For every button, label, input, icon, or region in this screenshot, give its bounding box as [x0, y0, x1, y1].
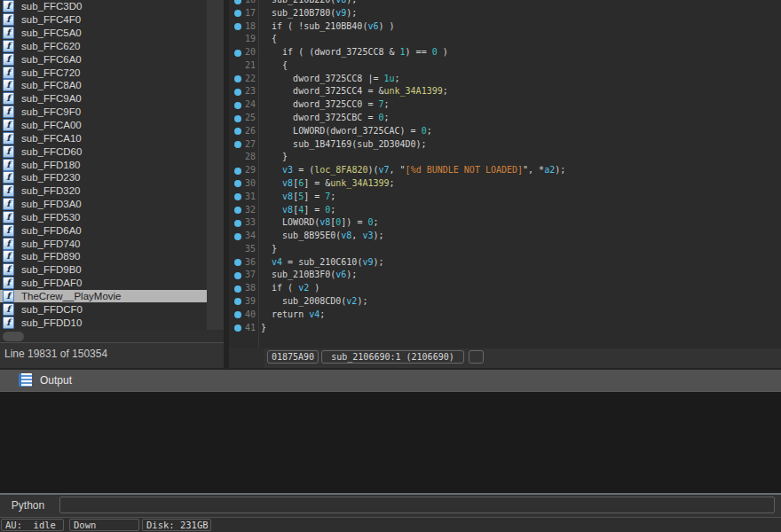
code-line[interactable]: 38 if ( v2 ): [229, 282, 781, 295]
function-name: sub_FFDD10: [21, 317, 82, 328]
functions-status-strip: Line 19831 of 150354: [0, 342, 224, 368]
functions-vertical-scrollbar[interactable]: [207, 0, 224, 330]
function-list-item[interactable]: fsub_FFD180: [0, 158, 207, 171]
function-list-item[interactable]: fTheCrew__PlayMovie: [0, 290, 207, 303]
function-list-item[interactable]: fsub_FFD740: [0, 237, 207, 250]
function-name: sub_FFCA00: [21, 120, 82, 130]
code-line[interactable]: 22 dword_3725CC8 |= 1u;: [229, 73, 781, 86]
code-text: {: [261, 59, 288, 73]
function-list-item[interactable]: fsub_FFCA00: [0, 119, 207, 132]
function-list-item[interactable]: fsub_FFD530: [0, 211, 207, 224]
function-list-item[interactable]: fsub_FFC4F0: [0, 13, 207, 27]
function-list-item[interactable]: fsub_FFC3D0: [0, 0, 207, 13]
output-panel-header[interactable]: Output: [0, 370, 781, 391]
code-line[interactable]: 20 if ( (dword_3725CC8 & 1) == 0 ): [229, 46, 781, 59]
code-line[interactable]: 32 v8[4] = 0;: [229, 204, 781, 217]
code-line[interactable]: 33 LOWORD(v8[0]) = 0;: [229, 216, 781, 230]
code-line[interactable]: 34 sub_8B95E0(v8, v3);: [229, 230, 781, 243]
function-list-item[interactable]: fsub_FFD320: [0, 184, 207, 198]
function-list-item[interactable]: fsub_FFC5A0: [0, 27, 207, 40]
code-line[interactable]: 27 sub_1B47169(sub_2D304D0);: [229, 138, 781, 152]
code-text: if ( v2 ): [261, 282, 320, 295]
output-panel-title: Output: [40, 370, 72, 391]
code-line[interactable]: 28 }: [229, 151, 781, 164]
code-line[interactable]: 35 }: [229, 243, 781, 256]
function-name: sub_FFD230: [21, 172, 80, 183]
location-box[interactable]: sub_2106690:1 (2106690): [321, 350, 464, 364]
address-box[interactable]: 01875A90: [267, 350, 319, 364]
function-list-item[interactable]: fsub_FFCA10: [0, 131, 207, 145]
code-line[interactable]: 31 v8[5] = 7;: [229, 191, 781, 204]
code-text: if ( !sub_210BB40(v6) ): [261, 20, 395, 34]
function-list-item[interactable]: fsub_FFC620: [0, 40, 207, 53]
code-text: sub_2008CD0(v2);: [261, 295, 367, 309]
code-line[interactable]: 40 return v4;: [229, 309, 781, 322]
python-input[interactable]: [59, 497, 775, 513]
code-line[interactable]: 19 {: [229, 33, 781, 46]
function-f-icon: f: [3, 119, 14, 131]
ida-window: fsub_FFC3D0fsub_FFC4F0fsub_FFC5A0fsub_FF…: [0, 0, 781, 532]
function-list-item[interactable]: fsub_FFD230: [0, 171, 207, 184]
function-name: sub_FFD320: [21, 185, 80, 196]
function-f-icon: f: [3, 238, 14, 250]
code-line[interactable]: 21 {: [229, 59, 781, 73]
function-list-item[interactable]: fsub_FFC6A0: [0, 52, 207, 66]
function-f-icon: f: [3, 106, 14, 118]
code-line[interactable]: 18 if ( !sub_210BB40(v6) ): [229, 20, 781, 34]
code-text: }: [261, 243, 277, 256]
function-list-item[interactable]: fsub_FFD3A0: [0, 198, 207, 211]
function-list-item[interactable]: fsub_FFDD10: [0, 316, 207, 329]
function-name: TheCrew__PlayMovie: [21, 291, 122, 301]
code-line[interactable]: 37 sub_210B3F0(v6);: [229, 269, 781, 282]
functions-panel: fsub_FFC3D0fsub_FFC4F0fsub_FFC5A0fsub_FF…: [0, 0, 224, 342]
code-line[interactable]: 41}: [229, 322, 781, 335]
line-number: 31: [229, 191, 256, 204]
function-list-item[interactable]: fsub_FFC9F0: [0, 106, 207, 119]
function-name: sub_FFD3A0: [21, 199, 82, 209]
code-line[interactable]: 25 dword_3725CBC = 0;: [229, 112, 781, 125]
code-line[interactable]: 26 LOWORD(dword_3725CAC) = 0;: [229, 125, 781, 138]
line-number: 39: [229, 295, 256, 309]
function-list-item[interactable]: fsub_FFC720: [0, 66, 207, 79]
function-name: sub_FFC720: [21, 67, 80, 78]
code-text: }: [261, 151, 288, 164]
code-line[interactable]: 39 sub_2008CD0(v2);: [229, 295, 781, 309]
code-line[interactable]: 16 sub_210B220(v8);: [229, 0, 781, 7]
code-text: sub_8B95E0(v8, v3);: [261, 230, 384, 243]
function-name: sub_FFD180: [21, 160, 80, 170]
function-list-item[interactable]: fsub_FFDCF0: [0, 302, 207, 316]
function-f-icon: f: [3, 145, 14, 158]
function-f-icon: f: [3, 53, 14, 66]
function-name: sub_FFC8A0: [21, 80, 82, 90]
code-text: sub_210B780(v9);: [261, 7, 357, 20]
mini-box[interactable]: [469, 350, 484, 364]
line-number: 26: [229, 125, 256, 138]
function-list-item[interactable]: fsub_FFCD60: [0, 145, 207, 158]
code-line[interactable]: 17 sub_210B780(v9);: [229, 7, 781, 20]
code-line[interactable]: 23 dword_3725CC4 = &unk_34A1399;: [229, 85, 781, 98]
function-list-item[interactable]: fsub_FFDAF0: [0, 277, 207, 290]
code-line[interactable]: 29 v3 = (loc_8FA820)(v7, "[%d BUNDLE NOT…: [229, 164, 781, 177]
function-list-item[interactable]: fsub_FFC9A0: [0, 92, 207, 106]
code-line[interactable]: 30 v8[6] = &unk_34A1399;: [229, 177, 781, 191]
line-number: 28: [229, 151, 256, 164]
function-f-icon: f: [3, 277, 14, 289]
line-number: 41: [229, 322, 256, 335]
function-list-item[interactable]: fsub_FFC8A0: [0, 79, 207, 92]
scrollbar-thumb[interactable]: [3, 332, 24, 341]
line-number: 37: [229, 269, 256, 282]
python-tab[interactable]: Python: [0, 495, 56, 517]
function-f-icon: f: [3, 317, 14, 329]
code-line[interactable]: 24 dword_3725CC0 = 7;: [229, 98, 781, 112]
function-list-item[interactable]: fsub_FFD890: [0, 250, 207, 263]
pseudocode-panel[interactable]: 16 sub_210B220(v8);17 sub_210B780(v9);18…: [229, 0, 781, 348]
function-name: sub_FFC3D0: [21, 1, 82, 12]
code-line[interactable]: 36 v4 = sub_210C610(v9);: [229, 256, 781, 270]
line-number: 25: [229, 112, 256, 125]
function-list-item[interactable]: fsub_FFD9B0: [0, 263, 207, 277]
output-icon: [19, 373, 32, 387]
output-console[interactable]: [0, 391, 781, 494]
line-position-text: Line 19831 of 150354: [0, 343, 224, 360]
function-list-item[interactable]: fsub_FFD6A0: [0, 223, 207, 237]
functions-horizontal-scrollbar[interactable]: [0, 330, 224, 342]
